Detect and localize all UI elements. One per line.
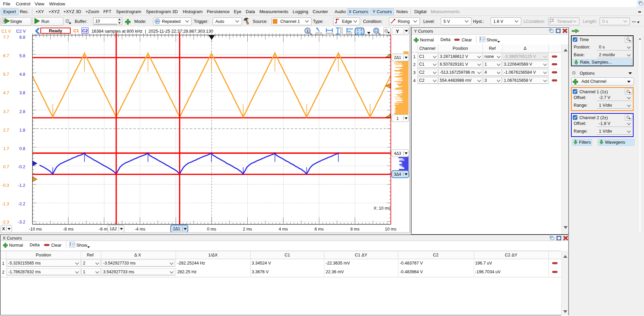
svg-text:7.7: 7.7	[3, 35, 9, 40]
svg-text:-0.3: -0.3	[2, 183, 9, 188]
svg-text:-10 ms: -10 ms	[29, 227, 42, 232]
svg-text:3.8: 3.8	[19, 91, 25, 95]
svg-text:5.7: 5.7	[3, 72, 9, 77]
svg-text:4: 4	[360, 31, 362, 35]
svg-text:2.8: 2.8	[19, 109, 25, 114]
svg-text:2 ms: 2 ms	[243, 227, 252, 232]
svg-text:1: 1	[3, 19, 5, 23]
svg-text:3Δ4: 3Δ4	[394, 172, 401, 177]
svg-text:2Δ1: 2Δ1	[173, 226, 180, 231]
svg-text:2Δ1: 2Δ1	[394, 55, 401, 60]
svg-text:1Δ2: 1Δ2	[110, 226, 117, 231]
svg-text:5.8: 5.8	[19, 54, 25, 58]
svg-text:4.8: 4.8	[19, 72, 25, 77]
svg-text:-8 ms: -8 ms	[63, 227, 73, 232]
svg-text:-2.3: -2.3	[2, 220, 9, 224]
svg-text:3: 3	[357, 31, 358, 35]
svg-text:0 ms: 0 ms	[207, 227, 216, 232]
svg-text:6.8: 6.8	[19, 35, 25, 40]
svg-text:1: 1	[396, 116, 399, 121]
svg-text:-0.2: -0.2	[18, 165, 25, 169]
svg-text:6.7: 6.7	[3, 54, 9, 58]
svg-text:-4 ms: -4 ms	[135, 227, 145, 232]
svg-text:-1.2: -1.2	[18, 183, 25, 188]
svg-text:1: 1	[307, 29, 309, 33]
svg-text:3.7: 3.7	[3, 109, 9, 114]
svg-text:8 ms: 8 ms	[350, 227, 359, 232]
svg-text:6 ms: 6 ms	[315, 227, 324, 232]
svg-text:10 ms: 10 ms	[385, 227, 396, 232]
svg-text:2.7: 2.7	[3, 128, 9, 133]
svg-text:4.7: 4.7	[3, 91, 9, 95]
svg-text:1.8: 1.8	[19, 128, 25, 133]
svg-text:X: 10 ms: X: 10 ms	[373, 206, 390, 211]
svg-text:-2.2: -2.2	[18, 202, 25, 206]
svg-text:1.7: 1.7	[3, 146, 9, 151]
svg-text:4 ms: 4 ms	[279, 227, 288, 232]
svg-text:0.7: 0.7	[3, 165, 9, 169]
svg-text:0.8: 0.8	[19, 146, 25, 151]
svg-text:-1.3: -1.3	[2, 202, 9, 206]
svg-text:-3.2: -3.2	[18, 220, 25, 224]
svg-text:X: X	[2, 226, 5, 231]
svg-text:4Δ3: 4Δ3	[394, 151, 401, 156]
